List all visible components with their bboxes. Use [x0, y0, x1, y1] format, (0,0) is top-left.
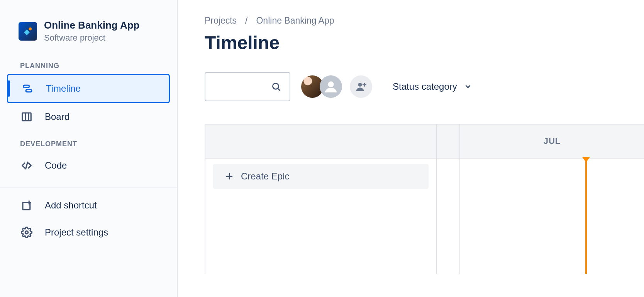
sidebar-item-board[interactable]: Board [7, 103, 170, 130]
epic-column: Create Epic [205, 125, 437, 274]
toolbar: Status category [205, 72, 644, 101]
breadcrumb: Projects / Online Banking App [205, 15, 644, 26]
epic-column-header [205, 125, 436, 159]
main: Projects / Online Banking App Timeline S… [178, 0, 644, 297]
svg-point-14 [358, 83, 362, 87]
month-label: JUL [460, 125, 644, 159]
project-type: Software project [44, 33, 139, 43]
divider [0, 188, 177, 188]
sidebar-item-label: Add shortcut [45, 200, 97, 211]
create-epic-button[interactable]: Create Epic [213, 164, 429, 189]
sidebar-item-add-shortcut[interactable]: Add shortcut [7, 192, 170, 219]
sidebar-item-label: Code [45, 160, 67, 171]
code-icon [20, 159, 33, 172]
avatar[interactable] [320, 75, 342, 98]
section-planning: PLANNING [7, 52, 170, 74]
sidebar-item-code[interactable]: Code [7, 152, 170, 179]
search-icon [271, 82, 281, 92]
svg-line-6 [26, 162, 28, 169]
chevron-down-icon [464, 83, 472, 90]
sidebar-item-label: Board [45, 111, 69, 122]
search-input[interactable] [205, 72, 290, 101]
add-shortcut-icon [20, 199, 33, 212]
svg-rect-2 [26, 90, 32, 92]
breadcrumb-current[interactable]: Online Banking App [256, 15, 334, 26]
sidebar-item-label: Timeline [46, 83, 81, 94]
timeline-grid: Create Epic JUL [205, 124, 644, 274]
sidebar-item-project-settings[interactable]: Project settings [7, 219, 170, 246]
page-title: Timeline [205, 32, 644, 53]
svg-point-10 [25, 231, 28, 234]
svg-rect-1 [24, 85, 29, 87]
board-icon [20, 110, 33, 123]
project-header[interactable]: Online Banking App Software project [7, 19, 170, 52]
svg-point-13 [328, 82, 334, 87]
plus-icon [225, 172, 234, 181]
avatar-group [301, 75, 372, 98]
breadcrumb-separator: / [245, 15, 247, 26]
add-people-button[interactable] [350, 75, 372, 98]
sidebar: Online Banking App Software project PLAN… [0, 0, 178, 297]
svg-line-12 [278, 89, 280, 90]
svg-rect-3 [22, 113, 31, 121]
sidebar-item-label: Project settings [45, 227, 108, 238]
svg-point-0 [29, 27, 32, 31]
timeline-month-column[interactable]: JUL [460, 125, 644, 274]
status-category-filter[interactable]: Status category [393, 81, 472, 92]
timeline-spacer [437, 125, 460, 274]
status-category-label: Status category [393, 81, 457, 92]
timeline-icon [21, 82, 34, 95]
today-marker [585, 158, 587, 274]
project-icon [19, 22, 37, 41]
project-name: Online Banking App [44, 19, 139, 31]
gear-icon [20, 226, 33, 239]
sidebar-item-timeline[interactable]: Timeline [7, 74, 170, 103]
breadcrumb-root[interactable]: Projects [205, 15, 237, 26]
create-epic-label: Create Epic [241, 171, 289, 182]
section-development: DEVELOPMENT [7, 130, 170, 152]
